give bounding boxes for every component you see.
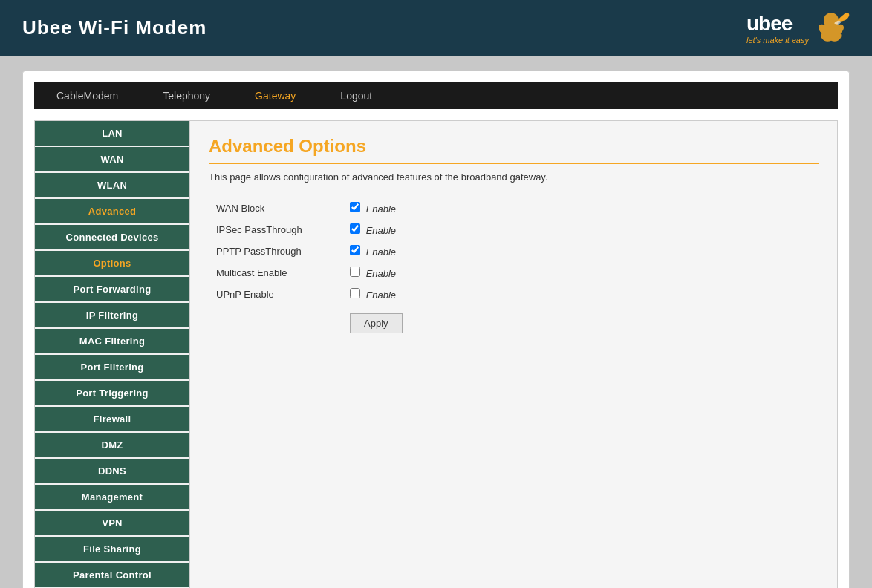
sidebar-item-lan[interactable]: LAN <box>35 121 189 146</box>
sidebar-item-port-forwarding[interactable]: Port Forwarding <box>35 277 189 301</box>
logo: ubee let's make it easy <box>746 10 850 47</box>
main-container: CableModem Telephony Gateway Logout LAN … <box>22 71 850 588</box>
wan-block-checkbox[interactable] <box>350 202 360 212</box>
wan-block-row: WAN Block Enable <box>209 197 410 219</box>
logo-text: ubee <box>746 12 809 36</box>
page-description: This page allows configuration of advanc… <box>209 172 819 183</box>
sidebar-item-ip-filtering[interactable]: IP Filtering <box>35 303 189 327</box>
upnp-row: UPnP Enable Enable <box>209 284 410 305</box>
pptp-enable-label: Enable <box>366 246 396 258</box>
logo-bird-icon <box>813 10 850 47</box>
wan-block-enable-label: Enable <box>366 203 396 215</box>
content-area: LAN WAN WLAN Advanced Connected Devices … <box>34 120 838 588</box>
apply-row: Apply <box>209 305 410 338</box>
header: Ubee Wi-Fi Modem ubee let's make it easy <box>0 0 872 56</box>
multicast-checkbox[interactable] <box>350 267 360 277</box>
sidebar-item-parental-control[interactable]: Parental Control <box>35 563 189 587</box>
nav-tabs: CableModem Telephony Gateway Logout <box>34 82 838 109</box>
pptp-label: PPTP PassThrough <box>209 241 342 262</box>
pptp-row: PPTP PassThrough Enable <box>209 241 410 262</box>
sidebar-item-port-triggering[interactable]: Port Triggering <box>35 381 189 405</box>
ipsec-checkbox[interactable] <box>350 223 360 234</box>
tab-gateway[interactable]: Gateway <box>232 82 318 109</box>
sidebar-item-advanced[interactable]: Advanced <box>35 199 189 223</box>
pptp-checkbox[interactable] <box>350 245 360 255</box>
multicast-label: Multicast Enable <box>209 262 342 284</box>
ipsec-label: IPSec PassThrough <box>209 219 342 241</box>
upnp-checkbox[interactable] <box>350 288 360 298</box>
upnp-label: UPnP Enable <box>209 284 342 305</box>
sidebar-item-management[interactable]: Management <box>35 485 189 509</box>
wan-block-label: WAN Block <box>209 197 342 219</box>
logo-tagline: let's make it easy <box>746 36 809 45</box>
sidebar-item-wlan[interactable]: WLAN <box>35 173 189 197</box>
apply-button[interactable]: Apply <box>350 313 403 333</box>
sidebar-item-vpn[interactable]: VPN <box>35 511 189 535</box>
sidebar-item-wan[interactable]: WAN <box>35 147 189 172</box>
multicast-enable-label: Enable <box>366 268 396 279</box>
sidebar-item-connected-devices[interactable]: Connected Devices <box>35 225 189 249</box>
sidebar-item-port-filtering[interactable]: Port Filtering <box>35 355 189 379</box>
tab-telephony[interactable]: Telephony <box>140 82 232 109</box>
sidebar-item-dmz[interactable]: DMZ <box>35 433 189 457</box>
sidebar-item-firewall[interactable]: Firewall <box>35 407 189 431</box>
sidebar-item-options[interactable]: Options <box>35 251 189 275</box>
tab-cablemodem[interactable]: CableModem <box>34 82 140 109</box>
sidebar: LAN WAN WLAN Advanced Connected Devices … <box>34 120 190 588</box>
options-form: WAN Block Enable IPSec PassThrough Enabl… <box>209 197 410 338</box>
app-title: Ubee Wi-Fi Modem <box>22 16 206 39</box>
tab-logout[interactable]: Logout <box>318 82 394 109</box>
ipsec-row: IPSec PassThrough Enable <box>209 219 410 241</box>
multicast-row: Multicast Enable Enable <box>209 262 410 284</box>
upnp-enable-label: Enable <box>366 290 396 301</box>
page-content: Advanced Options This page allows config… <box>190 120 838 588</box>
page-title: Advanced Options <box>209 136 819 164</box>
sidebar-item-mac-filtering[interactable]: MAC Filtering <box>35 329 189 353</box>
sidebar-item-file-sharing[interactable]: File Sharing <box>35 537 189 561</box>
sidebar-item-ddns[interactable]: DDNS <box>35 459 189 483</box>
ipsec-enable-label: Enable <box>366 225 396 236</box>
